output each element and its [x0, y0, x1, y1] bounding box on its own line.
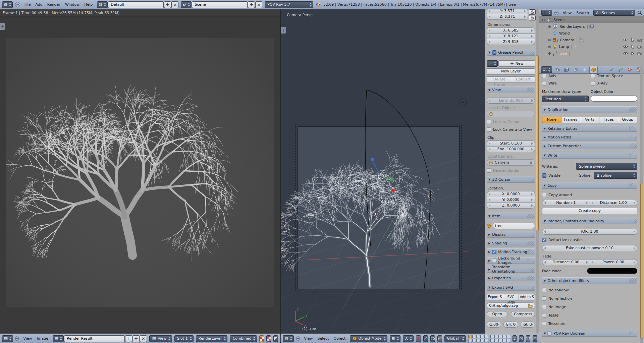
panel-header-properties[interactable]: ▶Properties	[487, 275, 535, 281]
outliner-row-tree[interactable]: ⊕tree|	[539, 50, 644, 57]
cursor-z-field[interactable]: Z: 0.0000	[487, 203, 535, 209]
grease-pencil-data-dropdown[interactable]	[487, 60, 498, 67]
panel-header-duplication[interactable]: ▼ Duplication	[542, 106, 637, 113]
grease-opacity-field[interactable]: 1.00	[487, 322, 501, 328]
render-engine-dropdown[interactable]: POV-Ray 3.7	[265, 1, 313, 8]
collapse-menus-button[interactable]: −	[554, 11, 558, 15]
render-border-checkbox[interactable]	[487, 168, 491, 173]
add-layout-button[interactable]	[164, 1, 171, 8]
editor-type-dropdown[interactable]	[283, 335, 294, 342]
tab-object-data-icon[interactable]	[616, 66, 625, 73]
ior-field[interactable]: IOR: 1.00	[542, 229, 637, 235]
panel-header-3d-cursor[interactable]: ▼ 3D Cursor	[487, 176, 535, 183]
layer-cell[interactable]	[468, 335, 472, 338]
lock-scale-z-button[interactable]	[529, 15, 536, 20]
viewport-shading-dropdown[interactable]	[390, 335, 400, 342]
panel-header-shading[interactable]: ▶Shading	[487, 240, 535, 246]
panel-header-interior[interactable]: ▼ Interior, Photons and Radiosity	[542, 218, 637, 224]
layer-cell[interactable]	[490, 339, 494, 342]
image-view-dropdown[interactable]: View	[149, 335, 172, 342]
tab-scene-icon[interactable]	[571, 66, 580, 73]
tab-render-icon[interactable]	[553, 66, 561, 73]
expand-icon[interactable]: ⊕	[547, 51, 551, 56]
duplication-option-faces[interactable]: Faces	[599, 117, 619, 123]
panel-header-custom-properties[interactable]: ▶Custom Properties	[542, 142, 637, 149]
background-images-checkbox[interactable]	[492, 259, 496, 263]
lock-to-scene-toggle[interactable]	[513, 335, 517, 342]
svg-path-field[interactable]: C:\tmp\algo.svg	[487, 302, 535, 309]
object-color-swatch[interactable]	[591, 96, 637, 102]
axis-checkbox[interactable]	[542, 74, 546, 78]
lock-object-field[interactable]	[487, 111, 535, 117]
lock-to-cursor-checkbox[interactable]	[487, 120, 491, 124]
alpha-only-toggle[interactable]	[266, 335, 271, 342]
translate-manipulator-button[interactable]	[423, 335, 428, 342]
image-menu-view[interactable]: View	[21, 336, 34, 341]
copy-around-checkbox[interactable]	[542, 193, 546, 197]
layer-cell[interactable]	[506, 335, 510, 338]
layer-cell[interactable]	[484, 335, 488, 338]
panel-header-display[interactable]: ▶Display	[487, 231, 535, 238]
editor-type-dropdown[interactable]	[541, 10, 552, 16]
layer-cell[interactable]	[490, 335, 494, 338]
main-menu-window[interactable]: Window	[63, 2, 82, 7]
mode-dropdown[interactable]: Object Mode	[350, 335, 387, 342]
fade-color-swatch[interactable]	[587, 268, 637, 274]
editor-type-dropdown[interactable]: i	[2, 1, 13, 8]
outliner-menu-search[interactable]: Search	[574, 11, 591, 15]
duplication-option-frames[interactable]: Frames	[561, 117, 581, 123]
viewport-toolshelf-toggle[interactable]: +	[281, 27, 286, 34]
layer-cell[interactable]	[472, 339, 476, 342]
outliner-filter-dropdown[interactable]: All Scenes	[593, 10, 635, 16]
export-svg-button[interactable]: Export S	[487, 294, 503, 300]
new-image-button[interactable]	[132, 335, 140, 342]
open-button[interactable]: Open	[487, 311, 507, 317]
npanel-scrollbar[interactable]	[536, 55, 539, 231]
collapse-menus-button[interactable]: −	[296, 336, 300, 341]
render-slot-dropdown[interactable]: Slot 1	[174, 335, 194, 342]
cursor-x-field[interactable]: X: 0.0000	[487, 191, 535, 197]
slider-field[interactable]: Sli: 0	[503, 322, 518, 328]
outliner-item-label[interactable]: Lamp	[558, 45, 570, 49]
xray-checkbox[interactable]	[591, 81, 595, 85]
render-layer-dropdown[interactable]: RenderLayer	[196, 335, 228, 342]
tab-render-layers-icon[interactable]	[562, 66, 571, 73]
dimension-z-field[interactable]: Z: 9.618	[487, 39, 535, 45]
snap-element-dropdown[interactable]	[533, 335, 537, 342]
tab-constraints-icon[interactable]	[598, 66, 607, 73]
main-menu-file[interactable]: File	[22, 2, 33, 7]
increment-arrow[interactable]	[497, 323, 499, 326]
selectability-toggle[interactable]	[631, 38, 634, 42]
clip-start-field[interactable]: Start: 0.100	[487, 140, 535, 147]
grease-pencil-checkbox[interactable]: ✓	[492, 50, 496, 55]
editor-type-dropdown[interactable]	[541, 66, 552, 73]
layer-cell[interactable]	[502, 339, 506, 342]
object-name-field[interactable]: tree	[493, 223, 535, 229]
pivot-center-dropdown[interactable]	[403, 335, 414, 342]
panel-header-transform-orientations[interactable]: ▶Transform Orientations	[487, 266, 535, 273]
outliner-item-label[interactable]: tree	[559, 51, 568, 56]
decrement-arrow[interactable]	[489, 323, 490, 326]
layout-name-field[interactable]: Default	[108, 1, 164, 8]
renderability-toggle[interactable]	[637, 52, 642, 55]
delete-layout-button[interactable]	[171, 1, 178, 8]
copy-distance-field[interactable]: Distance: 1.00	[590, 200, 638, 206]
tab-world-icon[interactable]	[580, 66, 589, 73]
outliner-row-scene[interactable]: ⊖Scene	[539, 16, 644, 23]
tesselate-checkbox[interactable]	[542, 322, 546, 326]
grease-pencil-new-button[interactable]: New	[498, 60, 535, 67]
visibility-toggle[interactable]	[623, 52, 628, 55]
scale-y-field[interactable]: Y: 3.371	[487, 9, 528, 14]
transform-orientation-dropdown[interactable]: Global	[444, 335, 466, 342]
layer-cell[interactable]	[476, 339, 480, 342]
layer-cell[interactable]	[472, 335, 476, 338]
collapse-menus-button[interactable]: −	[15, 2, 20, 7]
panel-header-relations-extras[interactable]: ▶Relations Extras	[542, 125, 637, 132]
visibility-toggle[interactable]	[623, 45, 628, 48]
viewport-canvas[interactable]	[281, 9, 485, 334]
expand-icon[interactable]: ⊕	[547, 38, 551, 42]
outliner-item-label[interactable]: Camera	[559, 38, 575, 42]
snap-toggle[interactable]	[526, 335, 530, 342]
duplication-option-verts[interactable]: Verts	[580, 117, 599, 123]
create-copy-button[interactable]: Create copy	[542, 208, 637, 214]
